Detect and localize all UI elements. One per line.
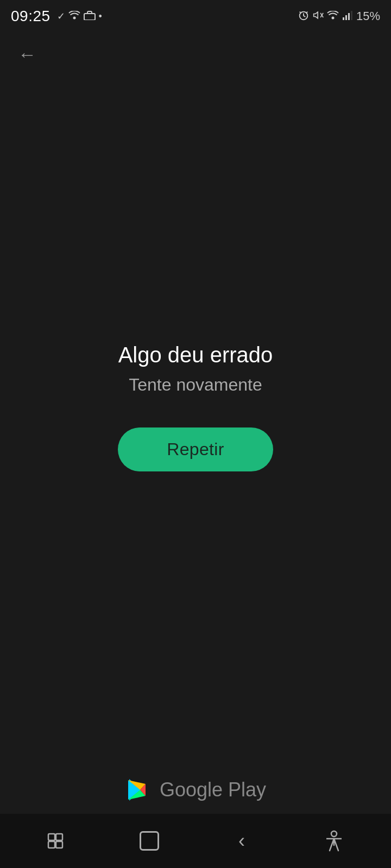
google-play-label: Google Play [160,778,266,801]
google-play-footer: Google Play [0,777,391,803]
svg-rect-9 [351,11,352,20]
nav-back-arrow-icon: ‹ [238,829,245,852]
status-icons-left: ✓ • [57,10,102,23]
dot-icon: • [99,11,102,22]
nav-recent-apps-button[interactable] [35,825,79,857]
retry-button[interactable]: Repetir [118,427,273,471]
svg-rect-6 [343,17,344,20]
svg-rect-11 [48,834,55,840]
status-bar: 09:25 ✓ • [0,0,391,33]
status-bar-left: 09:25 ✓ • [11,8,102,25]
signal-bars-icon [342,10,353,23]
check-icon: ✓ [57,10,65,22]
nav-bar: ‹ [0,814,391,868]
battery-icon: 15% [356,9,380,23]
briefcase-icon [84,10,96,23]
mute-icon [313,10,324,23]
main-content: Algo deu errado Tente novamente Repetir [0,0,391,868]
svg-point-5 [331,16,334,19]
status-bar-right: 15% [298,9,380,24]
svg-rect-7 [345,15,347,20]
nav-accessibility-button[interactable] [312,825,356,857]
wifi-signal-icon [327,11,339,22]
error-subtitle: Tente novamente [129,375,262,395]
svg-point-15 [331,831,337,837]
svg-rect-14 [56,841,62,848]
error-title: Algo deu errado [118,343,273,367]
home-square-icon [140,831,159,851]
status-icons-right: 15% [298,9,380,24]
svg-rect-13 [56,834,62,840]
svg-point-0 [73,16,75,19]
status-time: 09:25 [11,8,51,25]
nav-home-button[interactable] [128,825,171,857]
svg-rect-12 [48,841,55,848]
nav-back-button[interactable]: ‹ [220,825,263,857]
svg-rect-8 [348,13,350,20]
google-play-logo-icon [125,777,151,803]
svg-rect-1 [84,14,95,20]
wifi-alt-icon [68,11,80,22]
alarm-icon [298,9,310,24]
